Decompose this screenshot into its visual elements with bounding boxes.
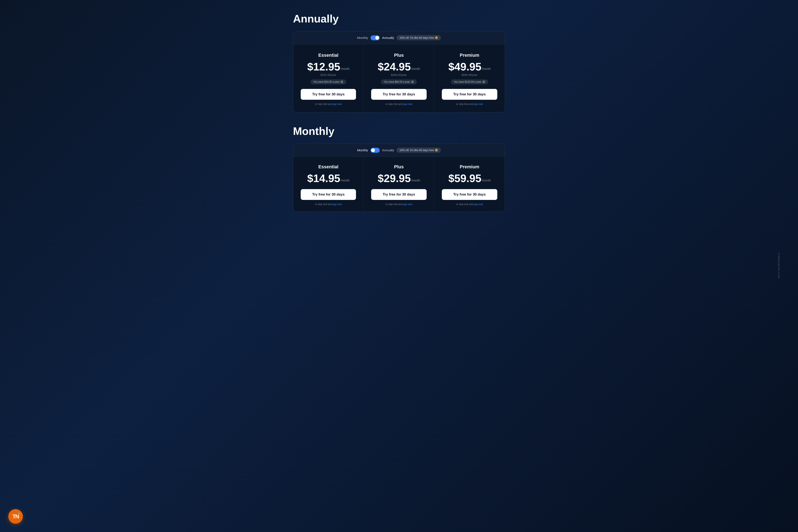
monthly-toggle-annually-label: Annually — [382, 148, 394, 152]
annually-premium-cta-button[interactable]: Try free for 30 days — [442, 89, 497, 100]
annually-essential-savings: You save $24.00 a year i — [310, 79, 346, 84]
monthly-plus-price-row: $29.95 /month — [378, 173, 420, 184]
annually-premium-period: /month — [482, 67, 491, 71]
logo-teal-accent — [18, 512, 20, 514]
annually-essential-pay-now-link[interactable]: pay now — [332, 103, 342, 106]
monthly-premium-price-row: $59.95 /month — [448, 173, 491, 184]
annually-plans-grid: Essential $12.95 /month $155.40/year You… — [293, 44, 505, 112]
monthly-toggle-switch[interactable] — [370, 148, 380, 153]
monthly-essential-skip: or skip trial and pay now — [315, 203, 342, 206]
annually-essential-name: Essential — [318, 53, 339, 58]
annually-premium-savings: You save $120.00 a year i — [451, 79, 488, 84]
info-icon: i — [340, 80, 343, 83]
annually-toggle-monthly-label: Monthly — [357, 36, 368, 39]
annually-toggle-annually-label: Annually — [382, 36, 394, 39]
monthly-premium-cta-button[interactable]: Try free for 30 days — [442, 189, 497, 200]
annually-toggle-bar: Monthly Annually 16% off. It's like 60 d… — [293, 31, 505, 44]
annually-plus-name: Plus — [394, 53, 403, 58]
annually-plus-price-row: $24.95 /month — [378, 61, 420, 72]
monthly-toggle-monthly-label: Monthly — [357, 148, 368, 152]
annually-essential-period: /month — [341, 67, 349, 71]
monthly-essential-name: Essential — [318, 164, 339, 170]
annually-essential-price-row: $12.95 /month — [307, 61, 349, 72]
annually-premium-skip: or skip trial and pay now — [456, 103, 483, 106]
monthly-essential-period: /month — [341, 179, 349, 182]
annually-essential-skip: or skip trial and pay now — [315, 103, 342, 106]
annually-plus-card: Plus $24.95 /month $299.40/year You save… — [364, 44, 434, 112]
monthly-essential-pay-now-link[interactable]: pay now — [332, 203, 342, 206]
monthly-premium-period: /month — [482, 179, 491, 182]
annually-premium-price: $49.95 — [448, 61, 481, 72]
monthly-essential-price: $14.95 — [307, 173, 340, 184]
annually-plus-skip: or skip trial and pay now — [385, 103, 412, 106]
annually-plus-price: $24.95 — [378, 61, 411, 72]
annually-plus-yearly: $299.40/year — [391, 73, 407, 76]
annually-plus-savings: You save $60.00 a year i — [381, 79, 417, 84]
monthly-plus-skip: or skip trial and pay now — [385, 203, 412, 206]
monthly-premium-skip: or skip trial and pay now — [456, 203, 483, 206]
info-icon: i — [482, 80, 485, 83]
annually-discount-badge: 16% off. It's like 60 days free 🤩 — [397, 35, 441, 40]
annually-essential-cta-button[interactable]: Try free for 30 days — [301, 89, 356, 100]
annually-heading: Annually — [293, 13, 505, 25]
logo[interactable]: TN — [8, 509, 23, 524]
annually-plus-cta-button[interactable]: Try free for 30 days — [371, 89, 426, 100]
info-icon: i — [411, 80, 414, 83]
annually-premium-card: Premium $49.95 /month $599.40/year You s… — [434, 44, 505, 112]
monthly-plus-period: /month — [411, 179, 420, 182]
toggle-knob — [375, 36, 379, 40]
monthly-essential-cta-button[interactable]: Try free for 30 days — [301, 189, 356, 200]
annually-plus-period: /month — [411, 67, 420, 71]
annually-pricing-container: Monthly Annually 16% off. It's like 60 d… — [293, 31, 505, 112]
monthly-pricing-container: Monthly Annually 16% off. It's like 60 d… — [293, 144, 505, 212]
annually-toggle-switch[interactable] — [370, 35, 380, 40]
monthly-essential-card: Essential $14.95 /month Try free for 30 … — [293, 157, 364, 212]
annually-essential-card: Essential $12.95 /month $155.40/year You… — [293, 44, 364, 112]
monthly-plus-name: Plus — [394, 164, 403, 170]
toggle-knob — [371, 148, 375, 152]
annually-plus-pay-now-link[interactable]: pay now — [403, 103, 413, 106]
monthly-plus-pay-now-link[interactable]: pay now — [403, 203, 413, 206]
side-domain-text: tradenation.com — [777, 253, 781, 279]
monthly-plans-grid: Essential $14.95 /month Try free for 30 … — [293, 157, 505, 212]
monthly-premium-price: $59.95 — [448, 173, 481, 184]
annually-premium-yearly: $599.40/year — [461, 73, 477, 76]
logo-text: TN — [13, 513, 19, 520]
monthly-premium-card: Premium $59.95 /month Try free for 30 da… — [434, 157, 505, 212]
page-wrapper: Annually Monthly Annually 16% off. It's … — [285, 13, 513, 212]
annually-premium-name: Premium — [460, 53, 479, 58]
monthly-premium-name: Premium — [460, 164, 479, 170]
monthly-plus-card: Plus $29.95 /month Try free for 30 days … — [364, 157, 434, 212]
monthly-toggle-bar: Monthly Annually 16% off. It's like 60 d… — [293, 144, 505, 157]
annually-essential-yearly: $155.40/year — [320, 73, 336, 76]
monthly-plus-price: $29.95 — [378, 173, 411, 184]
annually-essential-price: $12.95 — [307, 61, 340, 72]
annually-premium-price-row: $49.95 /month — [448, 61, 491, 72]
monthly-heading: Monthly — [293, 125, 505, 137]
monthly-premium-pay-now-link[interactable]: pay now — [474, 203, 483, 206]
monthly-plus-cta-button[interactable]: Try free for 30 days — [371, 189, 426, 200]
monthly-discount-badge: 16% off. It's like 60 days free 🤩 — [397, 148, 441, 153]
annually-premium-pay-now-link[interactable]: pay now — [474, 103, 483, 106]
monthly-essential-price-row: $14.95 /month — [307, 173, 349, 184]
